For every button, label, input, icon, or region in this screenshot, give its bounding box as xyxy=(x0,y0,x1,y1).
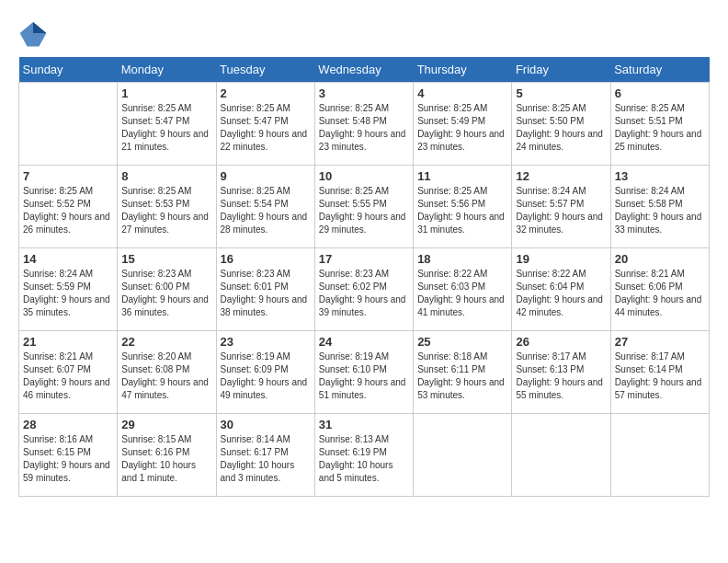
day-info: Sunrise: 8:25 AMSunset: 5:52 PMDaylight:… xyxy=(23,185,113,236)
calendar-cell: 23Sunrise: 8:19 AMSunset: 6:09 PMDayligh… xyxy=(216,331,314,414)
calendar-cell: 19Sunrise: 8:22 AMSunset: 6:04 PMDayligh… xyxy=(512,248,610,331)
day-number: 6 xyxy=(615,86,705,100)
day-number: 15 xyxy=(121,252,211,266)
calendar-cell: 21Sunrise: 8:21 AMSunset: 6:07 PMDayligh… xyxy=(19,331,118,414)
calendar-cell: 17Sunrise: 8:23 AMSunset: 6:02 PMDayligh… xyxy=(314,248,413,331)
calendar-header-row: SundayMondayTuesdayWednesdayThursdayFrid… xyxy=(19,57,710,83)
day-number: 16 xyxy=(221,252,311,266)
day-number: 9 xyxy=(221,169,311,183)
calendar-cell: 22Sunrise: 8:20 AMSunset: 6:08 PMDayligh… xyxy=(118,331,216,414)
calendar-cell: 27Sunrise: 8:17 AMSunset: 6:14 PMDayligh… xyxy=(610,331,709,414)
day-number: 31 xyxy=(319,418,409,431)
calendar-cell: 18Sunrise: 8:22 AMSunset: 6:03 PMDayligh… xyxy=(414,248,512,331)
calendar-cell: 24Sunrise: 8:19 AMSunset: 6:10 PMDayligh… xyxy=(314,331,413,414)
day-info: Sunrise: 8:24 AMSunset: 5:58 PMDaylight:… xyxy=(615,185,705,236)
day-info: Sunrise: 8:25 AMSunset: 5:47 PMDaylight:… xyxy=(221,102,311,154)
day-number: 8 xyxy=(121,169,211,183)
day-info: Sunrise: 8:21 AMSunset: 6:06 PMDaylight:… xyxy=(615,268,705,319)
calendar-week-row: 28Sunrise: 8:16 AMSunset: 6:15 PMDayligh… xyxy=(19,414,710,497)
logo xyxy=(18,18,51,48)
calendar-week-row: 21Sunrise: 8:21 AMSunset: 6:07 PMDayligh… xyxy=(19,331,710,414)
day-number: 29 xyxy=(121,418,211,431)
day-of-week-header: Monday xyxy=(118,57,216,83)
day-number: 17 xyxy=(319,252,409,266)
calendar-cell: 3Sunrise: 8:25 AMSunset: 5:48 PMDaylight… xyxy=(314,83,413,166)
day-info: Sunrise: 8:19 AMSunset: 6:09 PMDaylight:… xyxy=(221,350,311,402)
logo-icon xyxy=(18,18,48,48)
day-number: 30 xyxy=(221,418,311,431)
calendar-cell: 14Sunrise: 8:24 AMSunset: 5:59 PMDayligh… xyxy=(19,248,118,331)
calendar-cell: 31Sunrise: 8:13 AMSunset: 6:19 PMDayligh… xyxy=(314,414,413,497)
day-number: 11 xyxy=(417,169,507,183)
calendar-week-row: 7Sunrise: 8:25 AMSunset: 5:52 PMDaylight… xyxy=(19,166,710,248)
day-info: Sunrise: 8:22 AMSunset: 6:03 PMDaylight:… xyxy=(417,268,507,319)
day-number: 23 xyxy=(221,335,311,349)
day-of-week-header: Tuesday xyxy=(216,57,314,83)
calendar-cell xyxy=(19,83,118,166)
day-info: Sunrise: 8:15 AMSunset: 6:16 PMDaylight:… xyxy=(121,433,211,485)
calendar-cell xyxy=(610,414,709,497)
day-of-week-header: Friday xyxy=(512,57,610,83)
calendar-cell: 16Sunrise: 8:23 AMSunset: 6:01 PMDayligh… xyxy=(216,248,314,331)
calendar-cell: 7Sunrise: 8:25 AMSunset: 5:52 PMDaylight… xyxy=(19,166,118,248)
day-info: Sunrise: 8:19 AMSunset: 6:10 PMDaylight:… xyxy=(319,350,409,402)
calendar-cell: 29Sunrise: 8:15 AMSunset: 6:16 PMDayligh… xyxy=(118,414,216,497)
day-number: 5 xyxy=(516,86,606,100)
day-info: Sunrise: 8:25 AMSunset: 5:53 PMDaylight:… xyxy=(121,185,211,236)
day-info: Sunrise: 8:17 AMSunset: 6:13 PMDaylight:… xyxy=(516,350,606,402)
calendar-cell: 5Sunrise: 8:25 AMSunset: 5:50 PMDaylight… xyxy=(512,83,610,166)
day-info: Sunrise: 8:24 AMSunset: 5:59 PMDaylight:… xyxy=(23,268,113,319)
day-info: Sunrise: 8:25 AMSunset: 5:47 PMDaylight:… xyxy=(121,102,211,154)
calendar-cell: 20Sunrise: 8:21 AMSunset: 6:06 PMDayligh… xyxy=(610,248,709,331)
day-info: Sunrise: 8:25 AMSunset: 5:54 PMDaylight:… xyxy=(221,185,311,236)
day-info: Sunrise: 8:17 AMSunset: 6:14 PMDaylight:… xyxy=(615,350,705,402)
day-info: Sunrise: 8:16 AMSunset: 6:15 PMDaylight:… xyxy=(23,433,113,485)
calendar-cell: 4Sunrise: 8:25 AMSunset: 5:49 PMDaylight… xyxy=(414,83,512,166)
day-info: Sunrise: 8:21 AMSunset: 6:07 PMDaylight:… xyxy=(23,350,113,402)
calendar-cell: 8Sunrise: 8:25 AMSunset: 5:53 PMDaylight… xyxy=(118,166,216,248)
day-number: 19 xyxy=(516,252,606,266)
day-number: 2 xyxy=(221,86,311,100)
day-info: Sunrise: 8:23 AMSunset: 6:02 PMDaylight:… xyxy=(319,268,409,319)
calendar-cell: 25Sunrise: 8:18 AMSunset: 6:11 PMDayligh… xyxy=(414,331,512,414)
day-of-week-header: Thursday xyxy=(414,57,512,83)
day-info: Sunrise: 8:22 AMSunset: 6:04 PMDaylight:… xyxy=(516,268,606,319)
day-number: 22 xyxy=(121,335,211,349)
calendar-cell: 1Sunrise: 8:25 AMSunset: 5:47 PMDaylight… xyxy=(118,83,216,166)
day-number: 12 xyxy=(516,169,606,183)
day-info: Sunrise: 8:25 AMSunset: 5:51 PMDaylight:… xyxy=(615,102,705,154)
day-number: 3 xyxy=(319,86,409,100)
day-info: Sunrise: 8:20 AMSunset: 6:08 PMDaylight:… xyxy=(121,350,211,402)
calendar-cell: 10Sunrise: 8:25 AMSunset: 5:55 PMDayligh… xyxy=(314,166,413,248)
calendar-cell: 6Sunrise: 8:25 AMSunset: 5:51 PMDaylight… xyxy=(610,83,709,166)
calendar-cell: 2Sunrise: 8:25 AMSunset: 5:47 PMDaylight… xyxy=(216,83,314,166)
day-number: 21 xyxy=(23,335,113,349)
calendar-cell: 28Sunrise: 8:16 AMSunset: 6:15 PMDayligh… xyxy=(19,414,118,497)
day-info: Sunrise: 8:14 AMSunset: 6:17 PMDaylight:… xyxy=(221,433,311,485)
calendar-cell: 11Sunrise: 8:25 AMSunset: 5:56 PMDayligh… xyxy=(414,166,512,248)
day-info: Sunrise: 8:24 AMSunset: 5:57 PMDaylight:… xyxy=(516,185,606,236)
day-info: Sunrise: 8:18 AMSunset: 6:11 PMDaylight:… xyxy=(417,350,507,402)
day-of-week-header: Wednesday xyxy=(314,57,413,83)
day-number: 20 xyxy=(615,252,705,266)
day-info: Sunrise: 8:23 AMSunset: 6:01 PMDaylight:… xyxy=(221,268,311,319)
day-number: 18 xyxy=(417,252,507,266)
day-number: 25 xyxy=(417,335,507,349)
day-number: 26 xyxy=(516,335,606,349)
calendar-cell: 9Sunrise: 8:25 AMSunset: 5:54 PMDaylight… xyxy=(216,166,314,248)
calendar-week-row: 1Sunrise: 8:25 AMSunset: 5:47 PMDaylight… xyxy=(19,83,710,166)
day-info: Sunrise: 8:25 AMSunset: 5:49 PMDaylight:… xyxy=(417,102,507,154)
day-number: 1 xyxy=(121,86,211,100)
day-info: Sunrise: 8:13 AMSunset: 6:19 PMDaylight:… xyxy=(319,433,409,485)
calendar-week-row: 14Sunrise: 8:24 AMSunset: 5:59 PMDayligh… xyxy=(19,248,710,331)
page-header xyxy=(18,18,710,48)
svg-marker-1 xyxy=(33,22,46,33)
day-number: 27 xyxy=(615,335,705,349)
day-number: 28 xyxy=(23,418,113,431)
day-info: Sunrise: 8:25 AMSunset: 5:55 PMDaylight:… xyxy=(319,185,409,236)
day-info: Sunrise: 8:23 AMSunset: 6:00 PMDaylight:… xyxy=(121,268,211,319)
calendar-cell: 15Sunrise: 8:23 AMSunset: 6:00 PMDayligh… xyxy=(118,248,216,331)
day-info: Sunrise: 8:25 AMSunset: 5:50 PMDaylight:… xyxy=(516,102,606,154)
calendar-cell: 12Sunrise: 8:24 AMSunset: 5:57 PMDayligh… xyxy=(512,166,610,248)
day-number: 4 xyxy=(417,86,507,100)
